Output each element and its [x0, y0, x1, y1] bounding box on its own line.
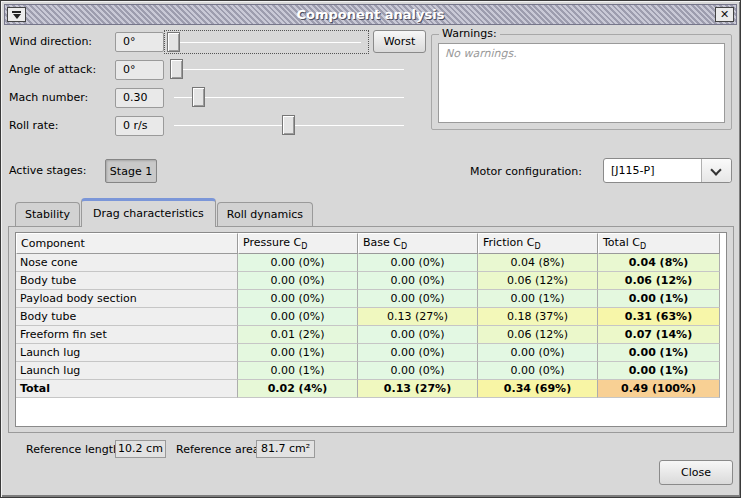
value-cell: 0.00 (0%)	[238, 254, 358, 272]
table-row: Total0.02 (4%)0.13 (27%)0.34 (69%)0.49 (…	[16, 380, 720, 398]
angle-of-attack-slider[interactable]	[168, 58, 411, 82]
value-cell: 0.00 (0%)	[478, 362, 598, 380]
table-row: Nose cone0.00 (0%)0.00 (0%)0.04 (8%)0.04…	[16, 254, 720, 272]
table-row: Payload body section0.00 (0%)0.00 (0%)0.…	[16, 290, 720, 308]
value-cell: 0.00 (0%)	[238, 290, 358, 308]
slider-track	[174, 97, 404, 98]
drag-characteristics-panel: ComponentPressure CDBase CDFriction CDTo…	[8, 226, 734, 433]
table-row: Freeform fin set0.01 (2%)0.00 (0%)0.06 (…	[16, 326, 720, 344]
mach-number-label: Mach number:	[9, 86, 88, 110]
value-cell: 0.00 (0%)	[238, 272, 358, 290]
wind-direction-slider[interactable]	[164, 30, 369, 54]
component-cell: Total	[16, 380, 238, 398]
drag-table-container: ComponentPressure CDBase CDFriction CDTo…	[15, 232, 727, 427]
value-cell: 0.00 (0%)	[358, 326, 478, 344]
motor-configuration-label: Motor configuration:	[470, 159, 582, 184]
value-cell: 0.00 (0%)	[358, 272, 478, 290]
value-cell: 0.00 (0%)	[358, 254, 478, 272]
value-cell: 0.34 (69%)	[478, 380, 598, 398]
roll-rate-slider[interactable]	[168, 114, 411, 138]
column-header-friction-c[interactable]: Friction CD	[478, 233, 598, 254]
value-cell: 0.00 (1%)	[598, 362, 720, 380]
value-cell: 0.31 (63%)	[598, 308, 720, 326]
roll-rate-value-field[interactable]: 0 r/s	[115, 116, 164, 136]
value-cell: 0.00 (0%)	[478, 344, 598, 362]
column-header-component[interactable]: Component	[16, 233, 238, 254]
slider-track	[174, 69, 404, 70]
table-row: Body tube0.00 (0%)0.00 (0%)0.06 (12%)0.0…	[16, 272, 720, 290]
reference-area-value: 81.7 cm²	[256, 440, 315, 458]
tab-stability[interactable]: Stability	[15, 202, 80, 227]
value-cell: 0.00 (0%)	[358, 290, 478, 308]
component-cell: Body tube	[16, 308, 238, 326]
reference-length-label: Reference length:	[26, 441, 124, 459]
value-cell: 0.02 (4%)	[238, 380, 358, 398]
wind-direction-slider-thumb[interactable]	[167, 32, 180, 52]
value-cell: 0.00 (1%)	[478, 290, 598, 308]
value-cell: 0.49 (100%)	[598, 380, 720, 398]
value-cell: 0.01 (2%)	[238, 326, 358, 344]
reference-length-value: 10.2 cm	[115, 440, 166, 458]
value-cell: 0.00 (1%)	[598, 290, 720, 308]
window-title: Component analysis	[5, 7, 736, 22]
close-window-button[interactable]: ✕	[715, 7, 734, 22]
reference-area-label: Reference area:	[176, 441, 263, 459]
combo-dropdown-button[interactable]	[701, 159, 731, 182]
close-icon: ✕	[720, 8, 729, 21]
slider-track	[171, 42, 361, 43]
mach-number-slider-thumb[interactable]	[192, 87, 205, 107]
value-cell: 0.04 (8%)	[598, 254, 720, 272]
component-cell: Launch lug	[16, 362, 238, 380]
warnings-list: No warnings.	[438, 43, 725, 123]
drag-table: ComponentPressure CDBase CDFriction CDTo…	[16, 233, 720, 398]
tab-roll-dynamics[interactable]: Roll dynamics	[217, 202, 313, 227]
value-cell: 0.06 (12%)	[598, 272, 720, 290]
value-cell: 0.00 (0%)	[358, 344, 478, 362]
roll-rate-label: Roll rate:	[9, 114, 59, 138]
component-cell: Body tube	[16, 272, 238, 290]
roll-rate-slider-thumb[interactable]	[282, 115, 295, 135]
value-cell: 0.04 (8%)	[478, 254, 598, 272]
mach-number-value-field[interactable]: 0.30	[115, 88, 164, 108]
component-analysis-dialog: Component analysis ✕ Wind direction:0°Wo…	[0, 0, 741, 498]
mach-number-slider[interactable]	[168, 86, 411, 110]
column-header-base-c[interactable]: Base CD	[358, 233, 478, 254]
table-row: Body tube0.00 (0%)0.13 (27%)0.18 (37%)0.…	[16, 308, 720, 326]
table-row: Launch lug0.00 (1%)0.00 (0%)0.00 (0%)0.0…	[16, 344, 720, 362]
value-cell: 0.00 (1%)	[238, 362, 358, 380]
stage-toggle-button[interactable]: Stage 1	[105, 159, 157, 183]
component-cell: Launch lug	[16, 344, 238, 362]
wind-direction-value-field[interactable]: 0°	[115, 32, 164, 52]
chevron-down-icon	[710, 164, 721, 175]
close-button[interactable]: Close	[659, 460, 733, 485]
value-cell: 0.00 (1%)	[598, 344, 720, 362]
title-bar[interactable]: Component analysis ✕	[4, 4, 737, 25]
angle-of-attack-label: Angle of attack:	[9, 58, 96, 82]
worst-button[interactable]: Worst	[373, 30, 426, 53]
value-cell: 0.06 (12%)	[478, 272, 598, 290]
component-cell: Payload body section	[16, 290, 238, 308]
column-header-total-c[interactable]: Total CD	[598, 233, 720, 254]
component-cell: Freeform fin set	[16, 326, 238, 344]
value-cell: 0.18 (37%)	[478, 308, 598, 326]
value-cell: 0.13 (27%)	[358, 380, 478, 398]
value-cell: 0.13 (27%)	[358, 308, 478, 326]
value-cell: 0.00 (0%)	[358, 362, 478, 380]
analysis-tabs: StabilityDrag characteristicsRoll dynami…	[15, 198, 314, 227]
column-header-pressure-c[interactable]: Pressure CD	[238, 233, 358, 254]
warnings-title: Warnings:	[439, 27, 500, 40]
table-row: Launch lug0.00 (1%)0.00 (0%)0.00 (0%)0.0…	[16, 362, 720, 380]
angle-of-attack-value-field[interactable]: 0°	[115, 60, 164, 80]
value-cell: 0.07 (14%)	[598, 326, 720, 344]
value-cell: 0.00 (1%)	[238, 344, 358, 362]
value-cell: 0.06 (12%)	[478, 326, 598, 344]
component-cell: Nose cone	[16, 254, 238, 272]
warnings-group: Warnings: No warnings.	[431, 34, 732, 130]
wind-direction-label: Wind direction:	[9, 30, 92, 54]
motor-configuration-value: [J115-P]	[611, 159, 654, 182]
active-stages-label: Active stages:	[9, 159, 87, 183]
angle-of-attack-slider-thumb[interactable]	[170, 59, 183, 79]
motor-configuration-select[interactable]: [J115-P]	[603, 158, 732, 183]
value-cell: 0.00 (0%)	[238, 308, 358, 326]
tab-drag-characteristics[interactable]: Drag characteristics	[81, 198, 216, 227]
